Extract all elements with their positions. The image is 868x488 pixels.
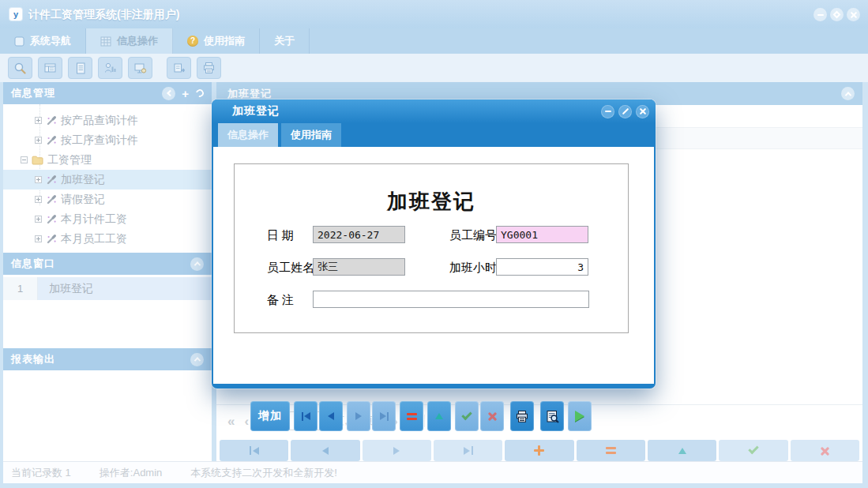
tab-info-operation[interactable]: 信息操作 xyxy=(86,28,173,54)
cancel-button[interactable] xyxy=(791,440,859,461)
bottom-action-bar xyxy=(220,440,859,461)
dialog-close-button[interactable] xyxy=(636,105,649,118)
add-button[interactable]: 增加 xyxy=(250,401,290,431)
cancel-icon xyxy=(820,446,829,456)
report-output-panel-header: 报表输出 xyxy=(3,348,212,370)
expand-plus-icon[interactable] xyxy=(35,235,42,242)
page-first-button[interactable]: « xyxy=(227,415,235,428)
tool-icon xyxy=(46,234,57,245)
confirm-button[interactable] xyxy=(455,401,479,431)
collapse-left-icon xyxy=(167,90,173,96)
export-button[interactable] xyxy=(167,57,191,79)
dialog-body: 加班登记 日 期 员工编号 员工姓名 加班小时 备 注 增加 xyxy=(213,147,654,384)
cancel-button[interactable] xyxy=(480,401,504,431)
next-record-button[interactable] xyxy=(363,440,431,461)
window-list-item[interactable]: 1 加班登记 xyxy=(3,277,212,300)
confirm-button[interactable] xyxy=(719,440,787,461)
prev-record-button[interactable] xyxy=(319,401,343,431)
monitor-button[interactable] xyxy=(128,57,152,79)
add-icon xyxy=(534,445,544,456)
window-titlebar[interactable]: y 计件工资管理系统(非注册用户) xyxy=(0,0,868,28)
search-icon xyxy=(13,62,27,75)
info-windows-panel-header: 信息窗口 xyxy=(3,253,212,275)
info-windows-title: 信息窗口 xyxy=(11,257,55,271)
last-record-button[interactable] xyxy=(434,440,502,461)
dialog-minimize-button[interactable] xyxy=(601,105,614,118)
print-button[interactable] xyxy=(510,401,534,431)
search-button[interactable] xyxy=(8,57,32,79)
dialog-tab-user-guide[interactable]: 使用指南 xyxy=(281,123,341,147)
remark-field[interactable] xyxy=(313,291,589,308)
sidebar: 信息管理 + 按产品查询计件 按工序查询计件 xyxy=(3,82,212,461)
edit-record-button[interactable] xyxy=(427,401,451,431)
dialog-tabbar: 信息操作 使用指南 xyxy=(212,123,656,147)
last-record-button[interactable] xyxy=(372,401,396,431)
operator-label: 操作者:Admin xyxy=(100,466,162,480)
minimize-icon xyxy=(605,111,611,112)
prev-record-icon xyxy=(328,412,334,420)
prev-record-icon xyxy=(322,447,329,455)
employee-id-field[interactable] xyxy=(496,226,588,243)
run-button[interactable] xyxy=(568,401,592,431)
delete-record-button[interactable] xyxy=(400,401,423,431)
tree-item-leave-register[interactable]: 请假登记 xyxy=(3,190,212,209)
grid-icon xyxy=(100,36,111,47)
folder-icon xyxy=(32,155,43,165)
export-icon xyxy=(172,62,186,74)
collapse-panel-button[interactable] xyxy=(190,353,204,366)
add-record-button[interactable] xyxy=(505,440,573,461)
tab-user-guide[interactable]: ? 使用指南 xyxy=(173,28,260,54)
expand-plus-icon[interactable] xyxy=(35,117,42,124)
expand-plus-icon[interactable] xyxy=(35,176,42,183)
form-heading: 加班登记 xyxy=(235,188,628,216)
page-prev-button[interactable]: ‹ xyxy=(244,415,249,428)
expand-plus-icon[interactable] xyxy=(35,216,42,223)
tree-item-query-by-product[interactable]: 按产品查询计件 xyxy=(3,111,212,130)
cancel-icon xyxy=(487,411,497,421)
tab-about[interactable]: 关于 xyxy=(260,28,310,54)
system-note-label: 本系统支持二次开发和全新开发! xyxy=(190,466,337,480)
tree-item-month-piecework-salary[interactable]: 本月计件工资 xyxy=(3,209,212,229)
print-preview-button[interactable] xyxy=(540,401,564,431)
window-title: 计件工资管理系统(非注册用户) xyxy=(28,0,179,28)
first-record-button[interactable] xyxy=(220,440,288,461)
dialog-button-bar: 增加 xyxy=(250,401,592,431)
expand-plus-icon[interactable] xyxy=(35,196,42,203)
tree-item-month-employee-salary[interactable]: 本月员工工资 xyxy=(3,229,212,249)
dialog-tab-info-operation[interactable]: 信息操作 xyxy=(218,123,278,147)
tree-item-overtime-register[interactable]: 加班登记 xyxy=(3,170,212,190)
expand-plus-icon[interactable] xyxy=(35,137,42,144)
first-record-icon xyxy=(250,446,251,455)
delete-record-button[interactable] xyxy=(577,440,645,461)
overtime-hours-field[interactable] xyxy=(496,258,588,276)
prev-record-button[interactable] xyxy=(291,440,359,461)
close-button[interactable] xyxy=(847,8,860,21)
collapse-panel-button[interactable] xyxy=(190,257,204,271)
tree-item-query-by-process[interactable]: 按工序查询计件 xyxy=(3,130,212,150)
tab-system-nav[interactable]: 系统导航 xyxy=(0,28,86,54)
restore-blocked-icon xyxy=(622,108,628,114)
edit-record-button[interactable] xyxy=(648,440,716,461)
refresh-tree-button[interactable] xyxy=(194,88,205,99)
collapse-content-button[interactable] xyxy=(841,87,855,100)
first-record-button[interactable] xyxy=(294,401,318,431)
print-preview-icon xyxy=(546,410,559,423)
collapse-left-button[interactable] xyxy=(162,87,175,100)
print-button-toolbar[interactable] xyxy=(197,57,221,79)
minimize-button[interactable] xyxy=(814,8,827,21)
next-record-button[interactable] xyxy=(347,401,370,431)
maximize-button[interactable] xyxy=(830,8,844,21)
dialog-restore-button[interactable] xyxy=(618,105,632,118)
employee-name-field[interactable] xyxy=(313,258,405,276)
run-icon xyxy=(575,411,584,422)
info-windows-list: 1 加班登记 xyxy=(3,275,212,348)
table-view-button[interactable] xyxy=(38,57,62,79)
dialog-titlebar[interactable]: 加班登记 xyxy=(212,99,656,123)
date-field[interactable] xyxy=(313,226,405,243)
user-report-button[interactable] xyxy=(98,57,122,79)
tree-item-salary-management[interactable]: 工资管理 xyxy=(3,150,212,170)
add-panel-button[interactable]: + xyxy=(182,88,190,99)
confirm-icon xyxy=(748,444,758,454)
document-button[interactable] xyxy=(68,57,92,79)
collapse-minus-icon[interactable] xyxy=(21,156,28,163)
